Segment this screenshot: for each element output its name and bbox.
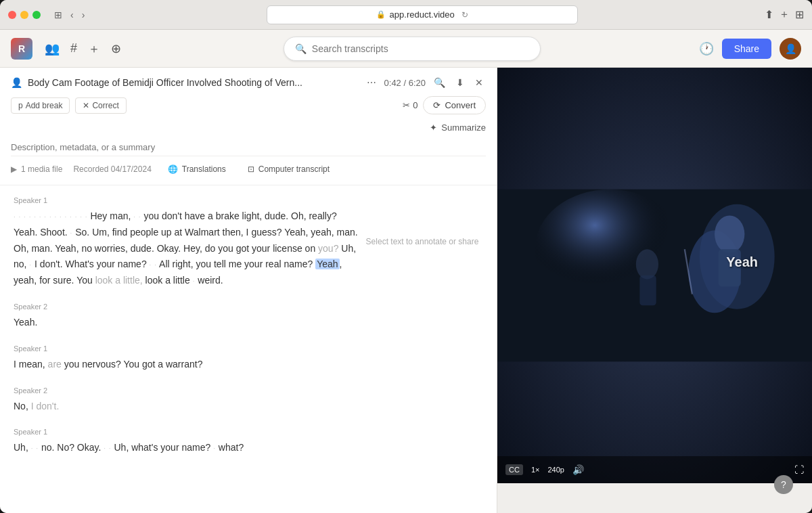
lock-icon: 🔒 (376, 10, 386, 19)
media-files-item: ▶ 1 media file (11, 164, 62, 174)
add-break-icon: p (18, 101, 23, 110)
transcript-content[interactable]: Speaker 1 · · · · · · · · · · · · · · · … (0, 185, 497, 513)
speaker-label-4: Speaker 2 (14, 386, 361, 395)
speaker-label-2: Speaker 2 (14, 303, 361, 311)
download-icon[interactable]: ⬇ (453, 76, 467, 89)
speaker-block-5: Speaker 1 Uh, · · no. No? Okay. · · Uh, … (14, 428, 361, 456)
share-action-icon[interactable]: ⬆ (765, 7, 773, 22)
video-frame (497, 68, 812, 483)
volume-button[interactable]: 🔊 (572, 464, 584, 475)
doc-header: 👤 Body Cam Footage of Bemidji Officer In… (0, 68, 497, 185)
speaker-block-2: Speaker 2 Yeah. (14, 303, 361, 331)
speaker-label-1: Speaker 1 (14, 196, 361, 204)
add-icon[interactable]: ＋ (84, 37, 104, 61)
svg-point-4 (715, 215, 744, 252)
translations-button[interactable]: 🌐 Translations (162, 162, 231, 177)
search-icon[interactable]: ⊕ (107, 37, 125, 61)
app-body: R 👥 # ＋ ⊕ 🔍 🕐 Share 👤 (0, 30, 812, 513)
app-bar: R 👥 # ＋ ⊕ 🔍 🕐 Share 👤 (0, 30, 812, 68)
description-row (11, 138, 486, 156)
people-icon[interactable]: 👥 (41, 37, 64, 61)
app-window: ⊞ ‹ › 🔒 app.reduct.video ↻ ⬆ ＋ ⊞ R 👥 # ＋… (0, 0, 812, 513)
url-bar[interactable]: 🔒 app.reduct.video ↻ (267, 5, 578, 24)
search-magnifier-icon: 🔍 (295, 43, 307, 54)
speaker-block-4: Speaker 2 No, I don't. (14, 386, 361, 415)
transcript-text-4: No, I don't. (14, 399, 361, 415)
maximize-button[interactable] (32, 11, 41, 19)
speaker-label-5: Speaker 1 (14, 428, 361, 436)
video-scene (497, 68, 812, 483)
doc-action-right: ✂ 0 ⟳ Convert (403, 96, 486, 114)
clip-count: ✂ 0 (403, 96, 418, 114)
svg-rect-7 (639, 275, 656, 305)
select-text-hint: Select text to annotate or share (366, 237, 479, 246)
traffic-lights (8, 11, 41, 19)
meta-row: ▶ 1 media file Recorded 04/17/2024 🌐 Tra… (11, 156, 486, 179)
search-in-doc-icon[interactable]: 🔍 (431, 76, 448, 89)
app-bar-right: 🕐 Share 👤 (699, 38, 801, 60)
transcript-text-3: I mean, are you nervous? You got a warra… (14, 357, 361, 373)
transcript-icon: ⊡ (248, 164, 254, 174)
recorded-date-item: Recorded 04/17/2024 (73, 164, 151, 174)
titlebar-actions: ⬆ ＋ ⊞ (765, 7, 804, 22)
doc-title-row: 👤 Body Cam Footage of Bemidji Officer In… (11, 76, 486, 89)
page-title: Body Cam Footage of Bemidji Officer Invo… (28, 77, 359, 88)
speaker-block-3: Speaker 1 I mean, are you nervous? You g… (14, 344, 361, 373)
reload-button[interactable]: ↻ (461, 10, 468, 20)
globe-icon: 🌐 (168, 164, 178, 174)
media-file-icon: ▶ (11, 164, 17, 174)
speed-button[interactable]: 1× (531, 466, 540, 474)
search-input[interactable] (312, 43, 529, 54)
correct-button[interactable]: ✕ Correct (75, 97, 126, 114)
close-doc-icon[interactable]: ✕ (472, 76, 486, 89)
speaker-label-3: Speaker 1 (14, 344, 361, 353)
share-button[interactable]: Share (722, 39, 771, 59)
add-break-button[interactable]: p Add break (11, 97, 70, 114)
confidence-dots-1: · · · · · · · · · · · · · · · (14, 213, 88, 221)
search-bar[interactable]: 🔍 (284, 37, 541, 61)
quality-button[interactable]: 240p (547, 466, 564, 474)
clip-icon: ✂ (403, 100, 410, 110)
url-text: app.reduct.video (390, 9, 455, 20)
history-icon[interactable]: 🕐 (699, 41, 714, 56)
help-button[interactable]: ? (774, 475, 793, 494)
transcript-text-2: Yeah. (14, 315, 361, 331)
minimize-button[interactable] (20, 11, 28, 19)
summarize-button[interactable]: ✦ Summarize (430, 122, 486, 133)
transcript-text-1: · · · · · · · · · · · · · · · Hey man, ·… (14, 208, 361, 289)
video-overlay-text: Yeah (726, 254, 758, 270)
transcript-panel: 👤 Body Cam Footage of Bemidji Officer In… (0, 68, 497, 513)
new-tab-icon[interactable]: ＋ (779, 7, 790, 22)
transcript-sidebar: Select text to annotate or share (361, 196, 483, 502)
video-panel: Yeah CC 1× 240p 🔊 ⛶ ? (497, 68, 812, 513)
correct-icon: ✕ (83, 101, 89, 110)
transcript-main: Speaker 1 · · · · · · · · · · · · · · · … (14, 196, 361, 502)
video-container[interactable]: Yeah CC 1× 240p 🔊 ⛶ (497, 68, 812, 483)
fullscreen-button[interactable]: ⛶ (794, 464, 804, 475)
doc-actions-row: p Add break ✕ Correct ✂ 0 (11, 96, 486, 114)
convert-button[interactable]: ⟳ Convert (423, 96, 486, 114)
highlighted-word: Yeah (315, 259, 339, 269)
transcript-text-5: Uh, · · no. No? Okay. · · Uh, what's you… (14, 440, 361, 456)
nav-forward-button[interactable]: › (79, 8, 88, 22)
sidebar-toggle[interactable]: ⊞ (51, 8, 65, 22)
nav-controls: ⊞ ‹ › (51, 8, 87, 22)
app-nav-icons: 👥 # ＋ ⊕ (41, 37, 125, 61)
description-input[interactable] (11, 142, 486, 152)
doc-time: 0:42 / 6:20 (384, 78, 426, 88)
more-options-icon[interactable]: ⋯ (364, 76, 379, 89)
grid-icon[interactable]: ⊞ (795, 7, 804, 22)
main-content: 👤 Body Cam Footage of Bemidji Officer In… (0, 68, 812, 513)
avatar[interactable]: 👤 (780, 38, 801, 60)
app-logo: R (11, 38, 32, 60)
speaker-block-1: Speaker 1 · · · · · · · · · · · · · · · … (14, 196, 361, 289)
close-button[interactable] (8, 11, 16, 19)
nav-back-button[interactable]: ‹ (68, 8, 76, 22)
video-controls: CC 1× 240p 🔊 ⛶ (497, 456, 812, 483)
cc-button[interactable]: CC (505, 464, 523, 475)
hashtag-icon[interactable]: # (66, 37, 81, 61)
titlebar: ⊞ ‹ › 🔒 app.reduct.video ↻ ⬆ ＋ ⊞ (0, 0, 812, 30)
svg-point-6 (636, 249, 658, 279)
computer-transcript-button[interactable]: ⊡ Computer transcript (242, 162, 335, 177)
svg-point-3 (535, 189, 684, 309)
